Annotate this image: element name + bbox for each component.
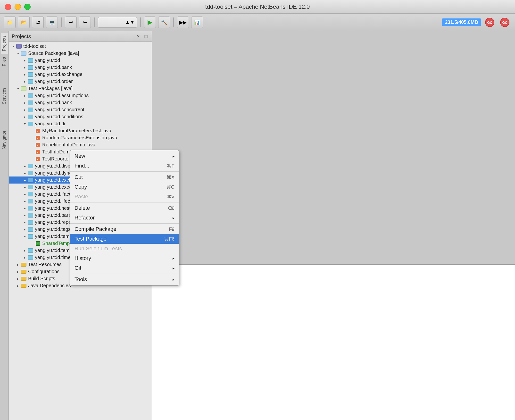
list-item[interactable]: ▾ yang.yu.tdd.di <box>9 120 152 127</box>
cm-compile-package[interactable]: Compile Package F9 <box>70 224 179 234</box>
package-icon <box>27 171 34 176</box>
cm-run-selenium[interactable]: Run Selenium Tests <box>70 244 179 253</box>
arrow-icon: ▸ <box>16 284 20 288</box>
arrow-icon: ▸ <box>16 263 20 267</box>
arrow-icon: ▸ <box>22 108 27 112</box>
profile-button[interactable]: 📊 <box>191 17 203 28</box>
cm-cut[interactable]: Cut ⌘X <box>70 172 179 182</box>
run-button[interactable]: ▶ <box>144 17 156 28</box>
cm-git[interactable]: Git ▸ <box>70 263 179 273</box>
package-icon <box>27 107 34 112</box>
build-button[interactable]: 🔨 <box>158 17 170 28</box>
new-project-button[interactable]: 📁 <box>4 17 16 28</box>
editor-top <box>152 31 515 264</box>
list-item[interactable]: J MyRandomParametersTest.java <box>9 127 152 134</box>
close-project-button[interactable]: 🗂 <box>32 17 44 28</box>
undo-button[interactable]: ↩ <box>65 17 77 28</box>
package-icon <box>27 79 34 84</box>
arrow-icon: ▾ <box>22 235 27 238</box>
gc-button-2[interactable]: GC <box>498 17 511 28</box>
panel-controls: ✕ ⊡ <box>135 34 149 39</box>
cm-tools[interactable]: Tools ▸ <box>70 275 179 284</box>
editor-bottom <box>152 264 515 420</box>
panel-close-button[interactable]: ✕ <box>135 34 141 39</box>
arrow-icon: ▸ <box>16 277 20 281</box>
list-item[interactable]: ▸ yang.yu.tdd.exchange <box>9 71 152 78</box>
panel-maximize-button[interactable]: ⊡ <box>143 34 149 39</box>
cm-history[interactable]: History ▸ <box>70 253 179 263</box>
arrow-icon: ▸ <box>22 73 27 76</box>
cm-test-package[interactable]: Test Package ⌘F6 <box>70 234 179 244</box>
cm-separator-4 <box>70 274 179 274</box>
main-toolbar: 📁 📂 🗂 💻 ↩ ↪ ▲▼ ▶ 🔨 ▶▶ 📊 231.5/405.0MB GC… <box>0 14 515 31</box>
project-root[interactable]: ▾ tdd-toolset <box>9 43 152 50</box>
list-item[interactable]: ▸ yang.yu.tdd.order <box>9 78 152 85</box>
submenu-arrow-icon: ▸ <box>173 277 174 282</box>
submenu-arrow-icon: ▸ <box>173 216 174 220</box>
java-file-icon: J <box>34 143 41 147</box>
titlebar: tdd-toolset – Apache NetBeans IDE 12.0 <box>0 0 515 14</box>
list-item[interactable]: ▸ yang.yu.tdd.bank <box>9 99 152 106</box>
test-packages-node[interactable]: ▾ Test Packages [java] <box>9 85 152 92</box>
memory-badge[interactable]: 231.5/405.0MB <box>442 18 481 26</box>
arrow-icon: ▸ <box>22 66 27 69</box>
sidebar-tab-services[interactable]: Services <box>1 85 8 107</box>
svg-text:GC: GC <box>502 21 507 25</box>
window-controls <box>5 4 31 10</box>
java-file-green-icon: J <box>34 241 41 246</box>
list-item[interactable]: ▸ yang.yu.tdd.bank <box>9 64 152 71</box>
sidebar-tab-files[interactable]: Files <box>1 55 8 69</box>
arrow-icon: ▸ <box>22 101 27 105</box>
cm-delete[interactable]: Delete ⌫ <box>70 203 179 213</box>
submenu-arrow-icon: ▸ <box>173 256 174 261</box>
package-icon <box>27 234 34 239</box>
list-item[interactable]: J RandomParametersExtension.java <box>9 134 152 141</box>
maximize-button[interactable] <box>24 4 31 10</box>
redo-button[interactable]: ↪ <box>79 17 91 28</box>
cm-find[interactable]: Find... ⌘F <box>70 161 179 171</box>
source-packages-node[interactable]: ▾ Source Packages [java] <box>9 50 152 57</box>
gc-button-1[interactable]: GC <box>483 17 496 28</box>
panel-title: Projects <box>12 33 31 40</box>
window-title: tdd-toolset – Apache NetBeans IDE 12.0 <box>205 3 310 10</box>
projects-panel: Projects ✕ ⊡ ▾ tdd-toolset ▾ <box>9 31 152 420</box>
cm-paste[interactable]: Paste ⌘V <box>70 192 179 202</box>
main-layout: Projects Files Services Navigator Projec… <box>0 31 515 420</box>
minimize-button[interactable] <box>15 4 21 10</box>
submenu-arrow-icon: ▸ <box>173 266 174 270</box>
root-arrow-icon: ▾ <box>11 44 16 48</box>
src-packages-icon <box>20 51 27 56</box>
test-packages-icon <box>20 86 27 91</box>
build-scripts-label: Build Scripts <box>28 276 55 281</box>
close-button[interactable] <box>5 4 11 10</box>
sidebar-tab-navigator[interactable]: Navigator <box>1 128 8 152</box>
arrow-icon: ▸ <box>22 206 27 210</box>
list-item[interactable]: ▸ yang.yu.tdd.concurrent <box>9 106 152 113</box>
arrow-icon: ▸ <box>22 213 27 217</box>
remote-button[interactable]: 💻 <box>46 17 58 28</box>
list-item[interactable]: J RepetitionInfoDemo.java <box>9 141 152 148</box>
cm-new[interactable]: New ▸ <box>70 151 179 161</box>
package-icon <box>27 65 34 70</box>
test-packages-label: Test Packages [java] <box>28 86 73 91</box>
open-project-button[interactable]: 📂 <box>18 17 30 28</box>
debug-button[interactable]: ▶▶ <box>177 17 189 28</box>
sidebar-tab-projects[interactable]: Projects <box>1 33 8 54</box>
arrow-icon: ▸ <box>22 185 27 189</box>
package-icon <box>27 227 34 232</box>
arrow-icon: ▸ <box>22 164 27 168</box>
test-arrow-icon: ▾ <box>16 87 20 91</box>
package-icon <box>27 164 34 168</box>
package-icon <box>27 72 34 77</box>
arrow-icon: ▸ <box>22 94 27 98</box>
arrow-icon: ▸ <box>22 256 27 260</box>
list-item[interactable]: ▸ yang.yu.tdd <box>9 57 152 64</box>
arrow-icon: ▾ <box>22 122 27 126</box>
run-config-dropdown[interactable]: ▲▼ <box>98 17 137 28</box>
project-icon <box>16 44 22 49</box>
list-item[interactable]: ▸ yang.yu.tdd.assumptions <box>9 92 152 99</box>
package-icon <box>27 220 34 225</box>
list-item[interactable]: ▸ yang.yu.tdd.conditions <box>9 113 152 120</box>
cm-refactor[interactable]: Refactor ▸ <box>70 213 179 223</box>
cm-copy[interactable]: Copy ⌘C <box>70 182 179 192</box>
